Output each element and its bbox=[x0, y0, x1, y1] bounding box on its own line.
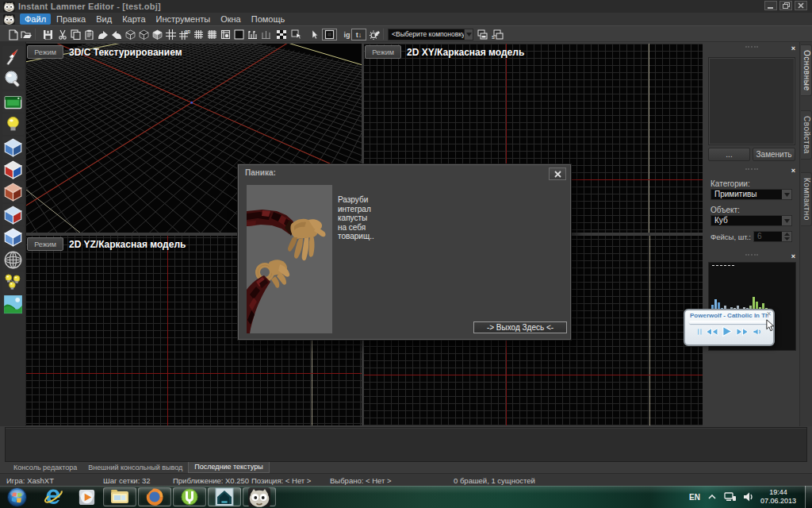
layout-combobox[interactable]: <Выберите компоновку bbox=[388, 29, 473, 40]
menu-file[interactable]: Файл bbox=[20, 13, 51, 25]
replace-button[interactable]: Заменить bbox=[753, 148, 795, 161]
text-tool-icon[interactable]: t↓ bbox=[351, 29, 366, 40]
object-dropdown[interactable]: Куб bbox=[710, 215, 792, 226]
spinner-buttons[interactable] bbox=[782, 232, 791, 241]
texture-apply-icon[interactable] bbox=[2, 91, 24, 113]
network-icon[interactable] bbox=[724, 492, 736, 502]
grid-dense-2-icon[interactable] bbox=[206, 29, 218, 40]
layout-add-icon[interactable]: s bbox=[492, 29, 504, 40]
cube-blue-light-icon[interactable] bbox=[2, 226, 24, 248]
copy-icon[interactable] bbox=[70, 29, 82, 40]
redo-arrow-icon[interactable] bbox=[110, 29, 122, 40]
cube-multicolor-icon[interactable] bbox=[2, 159, 24, 180]
chevron-down-icon[interactable] bbox=[464, 29, 473, 40]
pause-icon[interactable] bbox=[698, 328, 702, 336]
grid-icon[interactable] bbox=[165, 29, 177, 40]
language-indicator[interactable]: EN bbox=[689, 493, 700, 502]
forward-button[interactable] bbox=[736, 327, 749, 337]
mode-button-yz[interactable]: Режим bbox=[27, 237, 63, 251]
faces-input[interactable]: 6 bbox=[753, 231, 792, 242]
menu-windows[interactable]: Окна bbox=[216, 13, 246, 25]
start-button[interactable] bbox=[2, 487, 32, 506]
chevron-up-icon[interactable] bbox=[708, 495, 716, 499]
cube-blue-red-icon[interactable] bbox=[2, 204, 24, 225]
tab-editor-console[interactable]: Консоль редактора bbox=[8, 462, 82, 473]
solid-black-square-icon[interactable] bbox=[233, 29, 245, 40]
taskbar-firefox[interactable] bbox=[138, 487, 171, 506]
mode-button-xy[interactable]: Режим bbox=[365, 45, 401, 59]
panel-drag-handle[interactable] bbox=[745, 168, 758, 170]
taskbar-explorer[interactable] bbox=[103, 487, 136, 506]
layout-save-icon[interactable] bbox=[477, 29, 488, 40]
restore-button[interactable] bbox=[779, 1, 792, 10]
taskbar-wolf-app[interactable] bbox=[243, 487, 276, 506]
tab-external-console[interactable]: Внешний консольный вывод bbox=[82, 462, 188, 473]
panel-close-icon[interactable]: × bbox=[790, 253, 797, 260]
undo-arrow-icon[interactable] bbox=[97, 29, 109, 40]
open-folder-icon[interactable] bbox=[21, 29, 33, 40]
group-objects-icon[interactable] bbox=[247, 29, 259, 40]
rewind-button[interactable] bbox=[705, 327, 718, 337]
cube-wire-icon[interactable] bbox=[124, 29, 136, 40]
ungroup-objects-icon[interactable] bbox=[260, 29, 272, 40]
lights-group-icon[interactable] bbox=[2, 271, 24, 293]
panel-close-icon[interactable]: × bbox=[790, 167, 797, 175]
cube-blue-icon[interactable] bbox=[2, 137, 24, 158]
menu-view[interactable]: Вид bbox=[91, 13, 117, 25]
player-close-icon[interactable]: ✕ bbox=[766, 310, 772, 318]
dialog-close-button[interactable] bbox=[549, 167, 566, 180]
magnifier-icon[interactable] bbox=[2, 68, 24, 90]
show-desktop-button[interactable] bbox=[805, 486, 812, 508]
tab-main[interactable]: Основные bbox=[801, 44, 812, 96]
cube-solid-icon[interactable] bbox=[151, 29, 163, 40]
taskbar-media-player[interactable] bbox=[70, 487, 103, 506]
save-icon[interactable] bbox=[42, 29, 54, 40]
toggle-dark-box-icon[interactable] bbox=[322, 29, 337, 40]
pointer-box-icon[interactable] bbox=[290, 29, 302, 40]
panel-drag-handle[interactable] bbox=[745, 46, 758, 48]
document-icon bbox=[3, 14, 15, 25]
browse-button[interactable]: ... bbox=[708, 148, 750, 161]
console-output[interactable] bbox=[5, 427, 807, 462]
taskbar-utorrent[interactable] bbox=[173, 487, 206, 506]
chevron-down-icon[interactable] bbox=[782, 190, 791, 199]
panel-drag-handle[interactable] bbox=[745, 254, 758, 256]
paste-icon[interactable] bbox=[83, 29, 95, 40]
cut-icon[interactable] bbox=[56, 29, 68, 40]
close-button[interactable] bbox=[795, 1, 807, 10]
minimize-button[interactable] bbox=[764, 1, 777, 10]
grid-3d-icon[interactable]: 3D bbox=[178, 29, 190, 40]
cube-shaded-icon[interactable] bbox=[138, 29, 150, 40]
gear-brush-icon[interactable] bbox=[369, 29, 381, 40]
menu-tools[interactable]: Инструменты bbox=[151, 13, 216, 25]
menu-edit[interactable]: Правка bbox=[52, 13, 90, 25]
chevron-down-icon[interactable] bbox=[782, 216, 791, 225]
taskbar-editor-app[interactable] bbox=[208, 487, 241, 506]
tab-properties[interactable]: Свойства bbox=[801, 110, 812, 160]
status-position: Позиция: < Нет > bbox=[251, 476, 311, 485]
play-button[interactable] bbox=[722, 325, 733, 337]
taskbar-internet-explorer[interactable] bbox=[36, 487, 70, 506]
tab-compact[interactable]: Компактно bbox=[801, 172, 812, 226]
categories-dropdown[interactable]: Примитивы bbox=[710, 189, 792, 200]
tab-recent-textures[interactable]: Последние текстуры bbox=[188, 462, 269, 473]
texture-page-icon[interactable] bbox=[220, 29, 232, 40]
exit-button[interactable]: -> Выход Здесь <- bbox=[473, 321, 567, 333]
seek-bar[interactable] bbox=[689, 321, 769, 324]
clock[interactable]: 19:44 07.06.2013 bbox=[760, 488, 796, 506]
mode-button-3d[interactable]: Режим bbox=[27, 45, 63, 59]
cursor-small-icon[interactable] bbox=[309, 29, 321, 40]
menu-map[interactable]: Карта bbox=[117, 13, 150, 25]
panel-close-icon[interactable]: × bbox=[790, 45, 797, 52]
cube-red-icon[interactable] bbox=[2, 181, 24, 202]
new-file-icon[interactable] bbox=[7, 29, 19, 40]
grid-dense-icon[interactable] bbox=[193, 29, 205, 40]
select-arrow-icon[interactable] bbox=[2, 46, 24, 67]
light-bulb-icon[interactable] bbox=[2, 114, 24, 135]
volume-icon[interactable] bbox=[753, 328, 761, 336]
checker-transparency-icon[interactable] bbox=[275, 29, 287, 40]
sphere-wireframe-icon[interactable] bbox=[2, 249, 24, 271]
speaker-icon[interactable] bbox=[744, 492, 754, 502]
terrain-icon[interactable] bbox=[2, 294, 24, 315]
menu-help[interactable]: Помощь bbox=[247, 13, 290, 25]
